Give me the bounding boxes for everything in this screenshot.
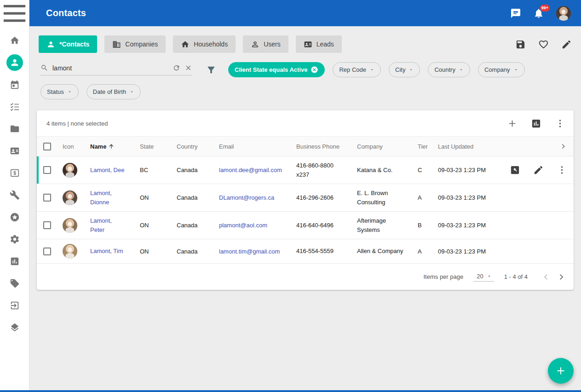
notifications-button[interactable]: 99+ [533, 8, 544, 19]
contact-name-link[interactable]: Lamont, Peter [90, 216, 127, 234]
chevron-down-icon [513, 67, 518, 72]
chip-city[interactable]: City [389, 62, 420, 77]
cell-name: Lamont, Dee [90, 166, 140, 175]
contact-avatar[interactable] [63, 218, 77, 233]
sidebar-item-home[interactable] [6, 32, 24, 49]
calendar-icon [10, 80, 20, 90]
sidebar-item-calendar[interactable] [6, 76, 24, 93]
chip-label: Client State equals Active [235, 66, 307, 73]
clear-search-icon[interactable] [184, 64, 192, 72]
tab-companies[interactable]: Companies [104, 35, 166, 53]
tab-contacts[interactable]: *Contacts [39, 35, 97, 53]
search-input[interactable] [52, 64, 168, 72]
avatar-silhouette-icon [63, 190, 77, 205]
sidebar-item-sales[interactable] [6, 164, 24, 182]
chevron-right-icon[interactable] [559, 142, 568, 151]
sidebar-item-documents[interactable] [6, 120, 24, 138]
app-window: Contacts 99+ *Contacts Companies [0, 0, 581, 390]
select-all-checkbox[interactable] [43, 143, 51, 150]
email-link[interactable]: lamont.dee@gmail.com [219, 167, 282, 173]
sidebar-item-tasks[interactable] [6, 98, 24, 115]
active-filter-chip[interactable]: Client State equals Active [228, 62, 325, 77]
chevron-down-icon [487, 274, 492, 279]
header-cell-country[interactable]: Country [177, 143, 219, 150]
add-contact-fab[interactable] [548, 358, 574, 384]
contact-avatar[interactable] [63, 244, 77, 259]
kebab-menu-icon[interactable] [557, 165, 567, 175]
cell-company: E. L. Brown Consulting [357, 189, 418, 207]
chip-country[interactable]: Country [428, 62, 470, 77]
tab-households[interactable]: Households [173, 35, 236, 53]
sidebar-item-reports[interactable] [6, 253, 24, 270]
next-page-icon[interactable] [556, 271, 567, 282]
row-checkbox[interactable] [43, 194, 51, 202]
filter-funnel-button[interactable] [206, 65, 216, 75]
header-cell-last-updated[interactable]: Last Updated [438, 143, 508, 150]
table-row[interactable]: Lamont, Peter ON Canada plamont@aol.com … [37, 212, 574, 239]
table-row[interactable]: Lamont, Tim ON Canada lamont.tim@gmail.c… [37, 239, 574, 264]
contact-name-link[interactable]: Lamont, Dee [90, 166, 124, 175]
cell-email: lamont.dee@gmail.com [219, 167, 296, 173]
contact-avatar[interactable] [63, 190, 77, 205]
sidebar-item-contacts[interactable] [6, 54, 24, 71]
user-avatar[interactable] [556, 6, 571, 21]
column-label: Tier [418, 143, 428, 150]
row-checkbox[interactable] [43, 221, 51, 229]
sidebar-item-import[interactable] [6, 297, 24, 314]
chip-status[interactable]: Status [40, 84, 79, 99]
sidebar-item-tools[interactable] [6, 186, 24, 204]
chip-company[interactable]: Company [478, 62, 525, 77]
remove-filter-icon[interactable] [311, 66, 318, 74]
contact-name-link[interactable]: Lamont, Tim [90, 247, 123, 256]
sidebar-item-settings[interactable] [6, 231, 24, 248]
edit-pencil-icon[interactable] [561, 39, 572, 50]
page-size-select[interactable]: 20 [473, 272, 494, 282]
filter-row: Client State equals Active Rep Code City… [29, 53, 581, 77]
email-link[interactable]: DLamont@rogers.ca [219, 194, 274, 201]
contact-avatar[interactable] [63, 163, 77, 178]
header-cell-icon[interactable]: Icon [63, 143, 90, 150]
hamburger-menu-button[interactable] [0, 0, 29, 26]
refresh-icon[interactable] [173, 64, 180, 72]
checklist-icon [10, 102, 20, 112]
tab-leads[interactable]: Leads [296, 35, 342, 53]
chip-date-of-birth[interactable]: Date of Birth [86, 84, 141, 99]
cell-business-phone: 416-640-6496 [296, 221, 357, 230]
view-actions [515, 39, 572, 50]
header-cell-state[interactable]: State [140, 143, 177, 150]
row-checkbox[interactable] [43, 166, 51, 174]
cell-email: DLamont@rogers.ca [219, 194, 296, 201]
filter-chips-2: Status Date of Birth [40, 84, 141, 99]
person-icon [46, 40, 55, 49]
sidebar-item-directory[interactable] [6, 142, 24, 160]
table-row[interactable]: Lamont, Dee BC Canada lamont.dee@gmail.c… [37, 156, 574, 184]
tab-users[interactable]: Users [243, 35, 288, 53]
header-cell-business-phone[interactable]: Business Phone [296, 143, 357, 150]
add-column-icon[interactable] [507, 118, 518, 129]
header-cell-name[interactable]: Name [90, 143, 140, 150]
row-checkbox[interactable] [43, 248, 51, 255]
header-cell-tier[interactable]: Tier [418, 143, 438, 150]
table-row[interactable]: Lamont, Dionne ON Canada DLamont@rogers.… [37, 184, 574, 212]
sidebar-item-tags[interactable] [6, 275, 24, 292]
previous-page-icon[interactable] [541, 271, 552, 282]
header-cell-checkbox [37, 143, 63, 150]
kebab-menu-icon[interactable] [555, 118, 565, 129]
save-view-icon[interactable] [515, 39, 526, 50]
edit-pencil-icon[interactable] [533, 165, 544, 175]
preview-icon[interactable] [510, 165, 520, 175]
chip-rep-code[interactable]: Rep Code [333, 62, 381, 77]
email-link[interactable]: lamont.tim@gmail.com [219, 248, 280, 255]
sidebar-item-favorites[interactable] [6, 208, 24, 226]
contact-name-link[interactable]: Lamont, Dionne [90, 189, 127, 207]
active-indicator [6, 54, 23, 71]
header-cell-company[interactable]: Company [357, 143, 418, 150]
messages-button[interactable] [510, 8, 521, 19]
header-cell-email[interactable]: Email [219, 143, 296, 150]
table-body: Lamont, Dee BC Canada lamont.dee@gmail.c… [37, 156, 574, 264]
items-per-page-label: Items per page [424, 273, 464, 280]
email-link[interactable]: plamont@aol.com [219, 222, 267, 229]
chart-view-icon[interactable] [531, 118, 541, 129]
sidebar-item-layers[interactable] [6, 319, 24, 336]
favorite-heart-icon[interactable] [538, 39, 549, 50]
